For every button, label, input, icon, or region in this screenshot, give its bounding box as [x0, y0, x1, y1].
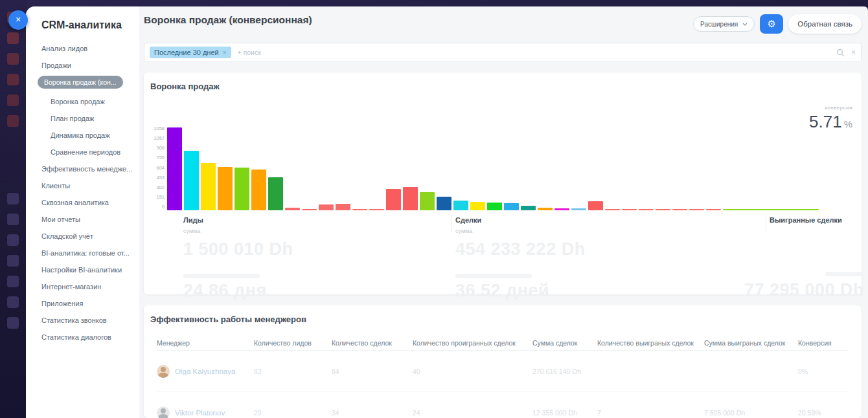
table-cell: 7 505 000 Dh — [704, 409, 798, 417]
avatar — [157, 365, 170, 378]
funnel-bar[interactable] — [420, 192, 435, 210]
stage-label: Лиды — [183, 216, 293, 224]
y-tick-label: 604 — [149, 165, 165, 171]
stage-divider — [451, 214, 452, 232]
sidebar-item[interactable]: Мои отчеты — [41, 211, 139, 228]
funnel-bar[interactable] — [672, 209, 687, 210]
managers-card: Эффективность работы менеджеров Менеджер… — [144, 305, 862, 418]
stage-sum-value: 454 233 222 Dh — [455, 239, 586, 259]
settings-gear-button[interactable]: ⚙ — [760, 14, 783, 34]
funnel-bar[interactable] — [167, 127, 182, 210]
funnel-bar[interactable] — [201, 163, 216, 210]
funnel-bar[interactable] — [554, 208, 569, 210]
funnel-bar[interactable] — [218, 167, 233, 210]
sidebar-item[interactable]: Клиенты — [41, 177, 139, 194]
rail-icon — [7, 234, 19, 246]
sidebar-item[interactable]: Воронка продаж (кон... — [38, 76, 123, 89]
sidebar-item[interactable]: Статистика диалогов — [41, 329, 139, 346]
sidebar-item[interactable]: Приложения — [41, 295, 139, 312]
funnel-bar[interactable] — [285, 208, 300, 210]
sidebar-item[interactable]: Продажи — [41, 57, 139, 74]
chip-remove-icon[interactable]: × — [223, 49, 227, 56]
table-row[interactable]: Viktor Platonov29342412 355 000 Dh77 505… — [157, 392, 849, 418]
rail-icon — [7, 296, 19, 308]
funnel-bar[interactable] — [689, 209, 704, 210]
manager-name-link[interactable]: Olga Kalyuzhnaya — [175, 368, 235, 375]
sidebar-item[interactable]: Эффективность менедже... — [41, 160, 139, 177]
search-icon[interactable] — [836, 49, 845, 57]
sidebar-item[interactable]: Складской учёт — [41, 228, 139, 245]
sidebar-item[interactable]: Анализ лидов — [41, 40, 139, 57]
funnel-bar[interactable] — [403, 187, 418, 210]
funnel-bar[interactable] — [386, 189, 401, 210]
table-column-header: Конверсия — [798, 339, 849, 347]
filter-search-bar[interactable]: Последние 30 дней × + поиск × — [144, 43, 862, 62]
conversion-label: конверсия — [809, 105, 852, 111]
funnel-bar[interactable] — [656, 209, 670, 210]
table-cell: 20.59% — [798, 409, 849, 417]
funnel-bar[interactable] — [521, 206, 536, 210]
funnel-bar[interactable] — [302, 209, 317, 210]
table-column-header: Количество выиграных сделок — [597, 339, 704, 347]
funnel-bar[interactable] — [453, 201, 468, 210]
funnel-bar[interactable] — [706, 209, 721, 210]
funnel-bar[interactable] — [571, 208, 586, 210]
sidebar-item[interactable]: Динамика продаж — [51, 127, 139, 144]
table-column-header: Сумма сделок — [532, 339, 597, 347]
funnel-bar[interactable] — [723, 209, 819, 210]
sidebar-item[interactable]: План продаж — [51, 110, 139, 127]
chart-y-axis: 105810579067556044533021510 — [149, 126, 165, 210]
sidebar-item[interactable]: Настройки BI-аналитики — [41, 261, 139, 278]
stage-label: Выигранные сделки — [770, 216, 842, 224]
funnel-bar[interactable] — [319, 204, 334, 210]
y-tick-label: 151 — [149, 194, 165, 200]
table-row[interactable]: Olga Kalyuzhnaya838440270 616 140 Dh0% — [157, 351, 849, 392]
sidebar-item[interactable]: Сравнение периодов — [51, 144, 139, 160]
stage-duration-value: 24.86 дня — [183, 281, 293, 301]
y-tick-label: 453 — [149, 175, 165, 181]
stage-label: Сделки — [455, 216, 586, 224]
sidebar-item[interactable]: BI-аналитика: готовые от... — [41, 245, 139, 261]
funnel-card: Воронка продаж конверсия 5.71% 105810579… — [144, 72, 862, 294]
funnel-bar[interactable] — [437, 197, 451, 210]
funnel-bar[interactable] — [234, 168, 249, 210]
close-slider-button[interactable]: × — [8, 10, 28, 30]
table-column-header: Сумма выиграных сделок — [704, 339, 798, 347]
funnel-bar[interactable] — [369, 209, 384, 210]
funnel-bar[interactable] — [622, 209, 637, 210]
manager-name-link[interactable]: Viktor Platonov — [175, 409, 225, 417]
search-input[interactable]: + поиск — [238, 49, 836, 56]
funnel-bar[interactable] — [336, 204, 350, 210]
filter-chip-period[interactable]: Последние 30 дней × — [150, 47, 231, 58]
funnel-bar[interactable] — [268, 177, 283, 210]
sidebar: CRM-аналитика Анализ лидовПродажиВоронка… — [26, 6, 139, 418]
funnel-bar[interactable] — [487, 203, 502, 210]
funnel-bar[interactable] — [588, 201, 603, 210]
funnel-stage: Выигранные сделки — [770, 216, 842, 224]
funnel-bar[interactable] — [470, 202, 485, 210]
y-tick-label: 906 — [149, 145, 165, 151]
sidebar-item[interactable]: Сквозная аналитика — [41, 194, 139, 211]
funnel-bar[interactable] — [605, 209, 620, 210]
y-tick-label: 1057 — [149, 135, 165, 141]
sidebar-item[interactable]: Воронка продаж — [51, 93, 139, 110]
funnel-bar[interactable] — [504, 203, 519, 210]
funnel-bar[interactable] — [251, 170, 266, 210]
y-tick-label: 755 — [149, 155, 165, 160]
top-controls: Расширения ⚙ Обратная связь — [693, 14, 862, 34]
extensions-label: Расширения — [700, 21, 738, 28]
funnel-bar[interactable] — [184, 151, 199, 210]
rail-icon — [7, 276, 19, 287]
sidebar-item[interactable]: Интернет-магазин — [41, 278, 139, 295]
funnel-bar[interactable] — [352, 209, 367, 210]
rail-icon — [7, 317, 19, 329]
funnel-bar[interactable] — [538, 208, 553, 210]
funnel-bar[interactable] — [639, 209, 654, 210]
extensions-select[interactable]: Расширения — [693, 16, 755, 32]
feedback-button[interactable]: Обратная связь — [788, 14, 862, 34]
sidebar-item[interactable]: Статистика звонков — [41, 312, 139, 329]
clear-search-icon[interactable]: × — [851, 48, 856, 57]
app-window: CRM-аналитика Анализ лидовПродажиВоронка… — [26, 6, 868, 418]
avatar — [157, 406, 170, 418]
stage-bottom-value-block: 77 295 000 Dh — [744, 272, 864, 300]
